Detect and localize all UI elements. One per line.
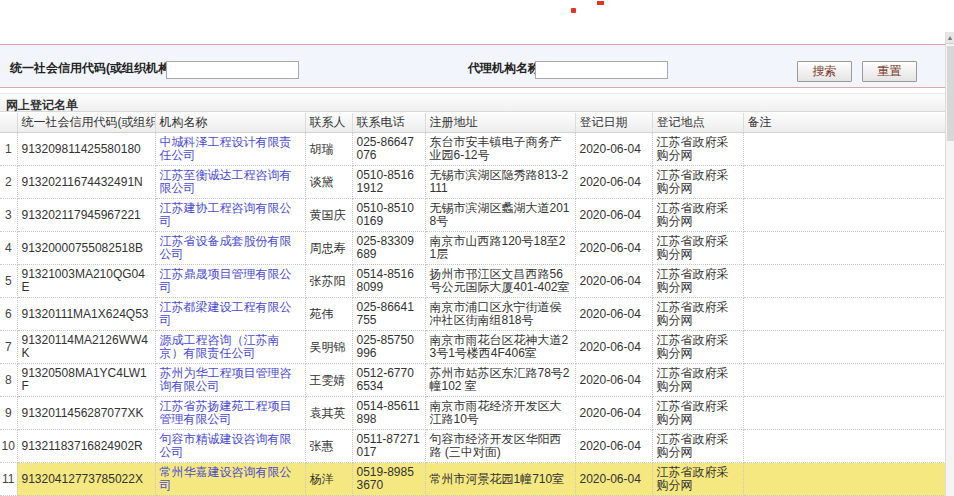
header-place: 登记地点 [652, 113, 743, 133]
org-name-cell: 句容市精诚建设咨询有限公司 [155, 430, 305, 463]
place-cell: 江苏省政府采购分网 [652, 397, 743, 430]
vertical-scrollbar[interactable]: ▲ [945, 32, 954, 496]
agency-name-input[interactable] [535, 61, 668, 79]
header-credit-code: 统一社会信用代码(或组织机构代码 [17, 113, 155, 133]
place-cell: 江苏省政府采购分网 [652, 232, 743, 265]
table-row[interactable]: 291320211674432491N江苏至衡诚达工程咨询有限公司谈黛0510-… [0, 166, 945, 199]
credit-code-cell: 91320508MA1YC4LW1F [17, 364, 155, 397]
scroll-up-icon[interactable]: ▲ [946, 32, 954, 44]
date-cell: 2020-06-04 [575, 232, 652, 265]
org-name-link[interactable]: 句容市精诚建设咨询有限公司 [160, 432, 292, 459]
row-number: 3 [0, 199, 17, 232]
row-number: 6 [0, 298, 17, 331]
org-name-cell: 江苏省苏扬建苑工程项目管理有限公司 [155, 397, 305, 430]
org-name-cell: 江苏省设备成套股份有限公司 [155, 232, 305, 265]
org-name-link[interactable]: 江苏至衡诚达工程咨询有限公司 [160, 168, 292, 195]
reset-button[interactable]: 重置 [862, 61, 917, 82]
address-cell: 南京市雨花台区花神大道23号1号楼西4F406室 [425, 331, 575, 364]
row-number: 11 [0, 463, 17, 496]
code-search-input[interactable] [166, 61, 299, 79]
table-row[interactable]: 1091321183716824902R句容市精诚建设咨询有限公司张惠0511-… [0, 430, 945, 463]
table-row[interactable]: 491320000755082518B江苏省设备成套股份有限公司周忠寿025-8… [0, 232, 945, 265]
row-number: 9 [0, 397, 17, 430]
contact-cell: 张惠 [305, 430, 352, 463]
date-cell: 2020-06-04 [575, 133, 652, 166]
org-name-link[interactable]: 江苏鼎晟项目管理有限公司 [160, 267, 292, 294]
org-name-cell: 源成工程咨询（江苏南京）有限责任公司 [155, 331, 305, 364]
row-number: 7 [0, 331, 17, 364]
table-row[interactable]: 99132011456287077XK江苏省苏扬建苑工程项目管理有限公司袁其英0… [0, 397, 945, 430]
search-bar: 统一社会信用代码(或组织机构代码): 代理机构名称: 搜索 重置 [0, 44, 945, 88]
date-cell: 2020-06-04 [575, 430, 652, 463]
org-name-link[interactable]: 江苏省苏扬建苑工程项目管理有限公司 [160, 399, 292, 426]
date-cell: 2020-06-04 [575, 463, 652, 496]
table-row[interactable]: 791320114MA2126WW4K源成工程咨询（江苏南京）有限责任公司吴明锦… [0, 331, 945, 364]
org-name-link[interactable]: 常州华嘉建设咨询有限公司 [160, 465, 292, 492]
credit-code-cell: 91320412773785022X [17, 463, 155, 496]
table-header-row: 统一社会信用代码(或组织机构代码 机构名称 联系人 联系电话 注册地址 登记日期… [0, 113, 945, 133]
phone-cell: 025-83309689 [352, 232, 425, 265]
credit-code-cell: 91320000755082518B [17, 232, 155, 265]
place-cell: 江苏省政府采购分网 [652, 133, 743, 166]
contact-cell: 谈黛 [305, 166, 352, 199]
org-name-cell: 江苏都梁建设工程有限公司 [155, 298, 305, 331]
table-row[interactable]: 1191320412773785022X常州华嘉建设咨询有限公司杨洋0519-8… [0, 463, 945, 496]
contact-cell: 袁其英 [305, 397, 352, 430]
header-date: 登记日期 [575, 113, 652, 133]
remark-cell [743, 463, 945, 496]
table-row[interactable]: 691320111MA1X624Q53江苏都梁建设工程有限公司苑伟025-866… [0, 298, 945, 331]
contact-cell: 胡瑞 [305, 133, 352, 166]
remark-cell [743, 133, 945, 166]
phone-cell: 025-86647076 [352, 133, 425, 166]
contact-cell: 王雯婧 [305, 364, 352, 397]
table-row[interactable]: 3913202117945967221江苏建协工程咨询有限公司黄国庆0510-8… [0, 199, 945, 232]
phone-cell: 0511-87271017 [352, 430, 425, 463]
remark-cell [743, 232, 945, 265]
org-name-link[interactable]: 源成工程咨询（江苏南京）有限责任公司 [160, 333, 280, 360]
row-number: 10 [0, 430, 17, 463]
app-root: 统一社会信用代码(或组织机构代码): 代理机构名称: 搜索 重置 网上登记名单 … [0, 0, 954, 496]
place-cell: 江苏省政府采购分网 [652, 199, 743, 232]
org-name-link[interactable]: 江苏都梁建设工程有限公司 [160, 300, 292, 327]
agency-name-label: 代理机构名称: [468, 60, 544, 77]
address-cell: 无锡市滨湖区蠡湖大道2018号 [425, 199, 575, 232]
phone-cell: 0514-85168099 [352, 265, 425, 298]
scrollbar-thumb[interactable] [947, 46, 954, 141]
address-cell: 南京市山西路120号18至21层 [425, 232, 575, 265]
remark-cell [743, 199, 945, 232]
contact-cell: 周忠寿 [305, 232, 352, 265]
date-cell: 2020-06-04 [575, 331, 652, 364]
org-name-cell: 江苏至衡诚达工程咨询有限公司 [155, 166, 305, 199]
remark-cell [743, 430, 945, 463]
table-row[interactable]: 1913209811425580180中城科泽工程设计有限责任公司胡瑞025-8… [0, 133, 945, 166]
place-cell: 江苏省政府采购分网 [652, 166, 743, 199]
address-cell: 南京市雨花经济开发区大江路10号 [425, 397, 575, 430]
address-cell: 无锡市滨湖区隐秀路813-2111 [425, 166, 575, 199]
org-name-cell: 江苏建协工程咨询有限公司 [155, 199, 305, 232]
remark-cell [743, 397, 945, 430]
search-button[interactable]: 搜索 [797, 61, 852, 82]
contact-cell: 苑伟 [305, 298, 352, 331]
place-cell: 江苏省政府采购分网 [652, 298, 743, 331]
org-name-link[interactable]: 江苏建协工程咨询有限公司 [160, 201, 292, 228]
credit-code-cell: 9132011456287077XK [17, 397, 155, 430]
org-name-link[interactable]: 中城科泽工程设计有限责任公司 [160, 135, 292, 162]
row-number: 5 [0, 265, 17, 298]
address-cell: 常州市河景花园1幢710室 [425, 463, 575, 496]
org-name-cell: 江苏鼎晟项目管理有限公司 [155, 265, 305, 298]
org-name-cell: 常州华嘉建设咨询有限公司 [155, 463, 305, 496]
remark-cell [743, 265, 945, 298]
date-cell: 2020-06-04 [575, 397, 652, 430]
header-address: 注册地址 [425, 113, 575, 133]
contact-cell: 张苏阳 [305, 265, 352, 298]
table-row[interactable]: 891320508MA1YC4LW1F苏州为华工程项目管理咨询有限公司王雯婧05… [0, 364, 945, 397]
org-name-link[interactable]: 江苏省设备成套股份有限公司 [160, 234, 292, 261]
credit-code-cell: 91321183716824902R [17, 430, 155, 463]
address-cell: 句容市经济开发区华阳西路 (三中对面) [425, 430, 575, 463]
table-row[interactable]: 591321003MA210QG04E江苏鼎晟项目管理有限公司张苏阳0514-8… [0, 265, 945, 298]
remark-cell [743, 331, 945, 364]
remark-cell [743, 298, 945, 331]
row-number: 4 [0, 232, 17, 265]
org-name-link[interactable]: 苏州为华工程项目管理咨询有限公司 [160, 366, 292, 393]
remark-cell [743, 364, 945, 397]
